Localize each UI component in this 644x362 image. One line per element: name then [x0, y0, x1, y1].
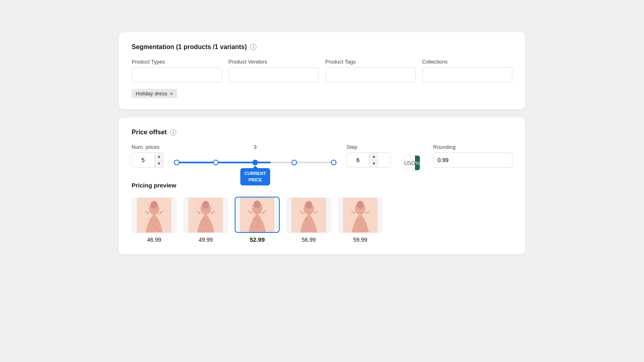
slider-dot-1[interactable] [213, 160, 219, 165]
rounding-label: Rounding [433, 144, 512, 150]
svg-point-10 [203, 219, 204, 220]
step-stepper-buttons: ▲ ▼ [369, 153, 378, 167]
preview-item-3[interactable]: 52.99 [235, 197, 280, 243]
segmentation-info-icon[interactable]: i [250, 44, 256, 50]
svg-point-27 [357, 201, 363, 209]
num-prices-label: Num. prices [132, 144, 164, 150]
slider-label-row: 3 [177, 144, 334, 152]
product-vendors-input[interactable] [229, 67, 319, 82]
svg-point-18 [256, 224, 257, 225]
rounding-input[interactable] [433, 152, 512, 168]
slider-dot-4[interactable] [331, 160, 336, 165]
product-tags-group: Product Tags [325, 59, 416, 82]
pricing-preview-section: Pricing preview [132, 182, 512, 243]
svg-point-11 [206, 221, 207, 222]
price-offset-card: Price offset i Num. prices ▲ ▼ 3 [119, 117, 525, 254]
dress-image-1 [132, 198, 176, 232]
collections-input[interactable] [422, 67, 513, 82]
svg-point-6 [155, 226, 157, 228]
slider-dot-2-active[interactable]: CURRENT PRICE [252, 160, 258, 165]
svg-point-12 [204, 224, 205, 225]
preview-price-3: 52.99 [250, 236, 265, 243]
price-offset-info-icon[interactable]: i [170, 129, 176, 136]
svg-point-5 [153, 224, 154, 225]
stepper-down-button[interactable]: ▼ [155, 160, 163, 168]
preview-item-card-1[interactable] [132, 197, 177, 233]
slider-dot-3[interactable] [291, 160, 297, 165]
segmentation-title: Segmentation (1 products /1 variants) i [132, 43, 512, 51]
segmentation-title-text: Segmentation (1 products /1 variants) [132, 43, 247, 51]
svg-point-3 [151, 219, 153, 220]
tag-close-icon[interactable]: × [170, 91, 173, 97]
tags-row: Holiday dress × [132, 89, 512, 98]
price-offset-title-text: Price offset [132, 129, 167, 136]
svg-point-24 [309, 222, 310, 223]
dress-image-5 [339, 198, 382, 232]
step-group: Step ▲ ▼ [347, 144, 391, 168]
preview-item-5[interactable]: 59.99 [338, 197, 383, 243]
main-container: Segmentation (1 products /1 variants) i … [119, 32, 525, 254]
step-input[interactable] [347, 153, 369, 167]
product-types-label: Product Types [132, 59, 222, 65]
slider-track-container[interactable]: CURRENT PRICE [177, 154, 334, 171]
slider-group: 3 CURRENT PRICE [177, 144, 334, 171]
preview-items: 46.99 [132, 197, 512, 243]
svg-point-4 [155, 221, 156, 222]
preview-price-5: 59.99 [353, 237, 367, 243]
svg-point-23 [306, 219, 307, 220]
slider-value-label: 3 [254, 144, 256, 150]
preview-price-2: 49.99 [198, 237, 213, 243]
segmentation-card: Segmentation (1 products /1 variants) i … [119, 32, 525, 109]
step-up-button[interactable]: ▲ [369, 153, 378, 160]
svg-point-16 [254, 218, 256, 220]
tooltip-line2: PRICE [248, 177, 262, 182]
svg-point-15 [254, 201, 260, 208]
step-stepper[interactable]: ▲ ▼ [347, 152, 391, 168]
product-tags-input[interactable] [325, 67, 416, 82]
svg-point-28 [357, 220, 359, 221]
preview-item-1[interactable]: 46.99 [132, 197, 177, 243]
step-label: Step [347, 144, 391, 150]
svg-point-9 [202, 201, 209, 209]
currency-group: USD % [404, 155, 420, 171]
product-tags-label: Product Tags [325, 59, 416, 65]
preview-price-4: 56.99 [301, 237, 316, 243]
stepper-up-button[interactable]: ▲ [155, 153, 163, 160]
preview-price-1: 46.99 [147, 237, 161, 243]
product-vendors-group: Product Vendors [229, 59, 319, 82]
pricing-preview-title: Pricing preview [132, 182, 512, 189]
collections-label: Collections [422, 59, 513, 65]
collections-group: Collections [422, 59, 513, 82]
dress-image-4 [287, 198, 330, 232]
num-prices-group: Num. prices ▲ ▼ [132, 144, 164, 168]
preview-item-card-3[interactable] [235, 197, 280, 233]
preview-item-4[interactable]: 56.99 [286, 197, 331, 243]
price-offset-title-row: Price offset i [132, 129, 512, 136]
dress-image-3 [235, 197, 279, 232]
current-price-tooltip: CURRENT PRICE [240, 168, 270, 185]
num-prices-stepper[interactable]: ▲ ▼ [132, 152, 164, 168]
svg-point-17 [258, 221, 259, 222]
preview-item-card-4[interactable] [286, 197, 331, 233]
slider-dot-0[interactable] [174, 160, 180, 165]
stepper-buttons: ▲ ▼ [154, 153, 163, 167]
svg-point-22 [305, 201, 312, 209]
holiday-dress-tag[interactable]: Holiday dress × [132, 89, 177, 98]
preview-item-card-2[interactable] [183, 197, 228, 233]
segmentation-fields: Product Types Product Vendors Product Ta… [132, 59, 512, 82]
svg-point-2 [151, 201, 157, 209]
product-vendors-label: Product Vendors [229, 59, 319, 65]
product-types-group: Product Types [132, 59, 222, 82]
product-types-input[interactable] [132, 67, 222, 82]
slider-track: CURRENT PRICE [177, 162, 334, 163]
preview-item-card-5[interactable] [338, 197, 383, 233]
usd-button[interactable]: USD [404, 156, 415, 170]
tooltip-line1: CURRENT [244, 171, 266, 176]
dress-image-2 [184, 198, 227, 232]
rounding-group: Rounding [433, 144, 512, 168]
step-down-button[interactable]: ▼ [369, 160, 378, 168]
preview-item-2[interactable]: 49.99 [183, 197, 228, 243]
currency-toggle[interactable]: USD % [404, 155, 420, 171]
percent-button[interactable]: % [415, 156, 420, 170]
num-prices-input[interactable] [132, 153, 154, 167]
